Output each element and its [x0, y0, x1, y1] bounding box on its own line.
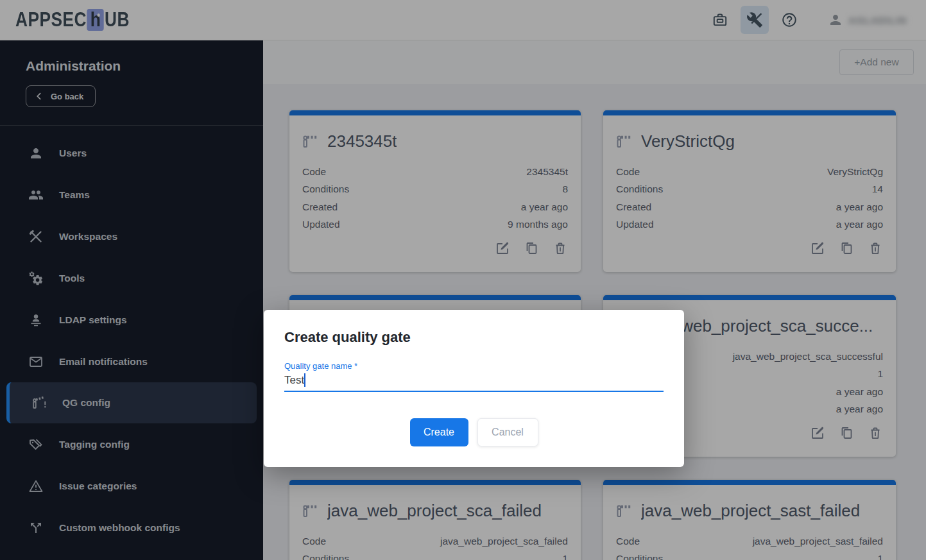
modal-backdrop[interactable] — [0, 0, 926, 560]
quality-gate-name-label: Quality gate name * — [284, 361, 664, 371]
create-quality-gate-modal: Create quality gate Quality gate name * … — [264, 310, 684, 467]
modal-title: Create quality gate — [284, 329, 664, 346]
create-button[interactable]: Create — [410, 418, 468, 446]
cancel-button[interactable]: Cancel — [477, 418, 538, 446]
text-caret — [304, 373, 305, 387]
quality-gate-name-input[interactable] — [284, 373, 664, 392]
